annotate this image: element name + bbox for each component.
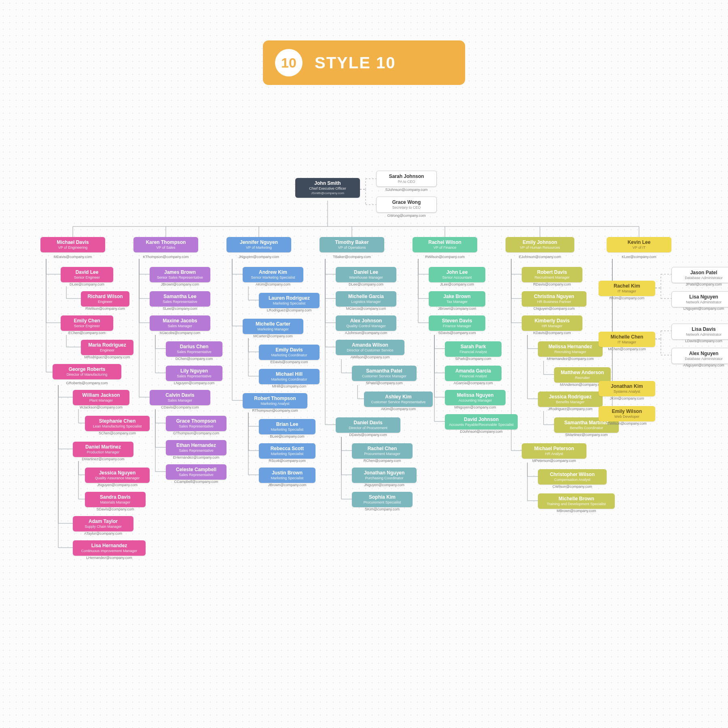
person-name: Alex Johnson <box>337 318 395 324</box>
person-email: SDavis@company.com <box>85 507 146 511</box>
person-title: Training and Development Specialist <box>540 502 613 506</box>
person-email: SPatel@company.com <box>352 381 417 385</box>
person-title: PA to CEO <box>378 179 435 184</box>
person-title: Senior Engineer <box>62 275 112 280</box>
person-title: Engineer <box>83 299 128 304</box>
person-email: JRodriguez@company.com <box>538 407 603 411</box>
person-name: Robert Davis <box>523 269 581 275</box>
person-email: DMartinez@company.com <box>73 457 133 461</box>
person-name: Samantha Lee <box>151 294 209 299</box>
org-node: Lisa DavisNetwork Administrator <box>671 324 728 340</box>
person-title: VP of Marketing <box>228 245 290 250</box>
org-node: William JacksonPlant Manager <box>73 390 129 405</box>
person-name: Lauren Rodriguez <box>260 295 318 301</box>
person-name: Grace Wong <box>378 199 435 205</box>
person-title: Sales Representative <box>167 349 221 354</box>
person-email: GRoberts@company.com <box>53 381 121 385</box>
org-node: John LeeSenior Accountant <box>429 267 485 282</box>
org-node: Grace WongSecretary to CEO <box>376 197 437 213</box>
person-title: Materials Manager <box>87 500 144 505</box>
person-email: GWong@company.com <box>376 214 437 218</box>
person-name: Lisa Nguyen <box>673 294 728 300</box>
person-name: Justin Brown <box>260 470 314 476</box>
org-node: Jonathan KimSystems Analyst <box>599 381 655 396</box>
person-email: MCarter@company.com <box>243 334 303 338</box>
person-name: Jonathan Nguyen <box>353 470 415 476</box>
person-title: Procurement Specialist <box>353 500 411 505</box>
org-node: Justin BrownMarketing Specialist <box>259 468 315 483</box>
person-email: MDavis@company.com <box>40 255 105 259</box>
person-email: SDavis@company.com <box>429 331 485 335</box>
org-node: Melissa HernandezRecruiting Manager <box>538 341 603 357</box>
person-email: EDavis@company.com <box>259 360 320 364</box>
org-node: Grace ThompsonSales Representative <box>166 416 226 431</box>
person-email: MBrown@company.com <box>538 509 615 513</box>
org-node: Robert DavisRecruitment Manager <box>522 267 582 282</box>
org-node: Sandra DavisMaterials Manager <box>85 492 146 507</box>
org-node: Lisa HernandezContinuous Improvement Man… <box>73 540 146 556</box>
org-node: Karen ThompsonVP of Sales <box>133 237 198 252</box>
person-email: RKim@company.com <box>599 296 655 300</box>
person-email: GThompson@company.com <box>166 431 226 435</box>
person-title: Sales Manager <box>151 398 209 403</box>
person-title: VP of Engineering <box>42 245 104 250</box>
person-name: Darius Chen <box>167 344 221 349</box>
person-email: MPeterson@company.com <box>522 459 586 463</box>
person-title: Director of Customer Service <box>337 348 403 353</box>
person-email: MHill@company.com <box>259 384 320 388</box>
person-title: Secretary to CEO <box>378 205 435 210</box>
person-email: SPark@company.com <box>445 357 502 361</box>
person-title: Sales Representative <box>167 424 225 429</box>
person-name: David Lee <box>62 269 112 275</box>
person-name: Kimberly Davis <box>523 318 581 324</box>
person-email: ANguyen@company.com <box>671 363 728 367</box>
person-name: Samantha Patel <box>353 368 415 374</box>
person-name: Sarah Park <box>447 344 500 349</box>
person-name: Jessica Rodriguez <box>540 394 601 400</box>
person-name: Richard Wilson <box>83 294 128 299</box>
person-title: Accounts Payable/Receivable Specialist <box>447 422 516 427</box>
person-name: Sandra Davis <box>87 494 144 500</box>
person-title: Network Administrator <box>673 300 728 305</box>
person-name: Grace Thompson <box>167 418 225 424</box>
person-name: Rachel Kim <box>600 283 654 289</box>
org-node: Emily ChenSenior Engineer <box>61 315 113 331</box>
person-title: Logistics Manager <box>337 299 395 304</box>
person-title: Sales Representative <box>167 448 225 453</box>
org-node: Michelle GarciaLogistics Manager <box>336 291 396 307</box>
org-node: Rachel WilsonVP of Finance <box>413 237 477 252</box>
person-title: HR Analyst <box>523 451 585 456</box>
org-node: Brian LeeMarketing Specialist <box>259 419 315 434</box>
person-title: Production Manager <box>74 450 132 455</box>
person-name: Robert Thompson <box>244 396 306 401</box>
person-email: RWilson@company.com <box>81 307 129 311</box>
person-email: KThompson@company.com <box>133 255 198 259</box>
org-node: Stephanie ChenLean Manufacturing Special… <box>85 416 150 431</box>
person-title: Senior Sales Representative <box>151 275 209 280</box>
org-node: George RobertsDirector of Manufacturing <box>53 364 121 379</box>
person-name: Maxine Jacobs <box>151 318 209 324</box>
person-name: David Johnson <box>447 417 516 422</box>
person-email: TBaker@company.com <box>320 255 384 259</box>
person-name: Sarah Johnson <box>378 174 435 179</box>
style-number: 10 <box>275 49 303 76</box>
person-email: EHernandez@company.com <box>166 455 226 459</box>
person-name: Alex Nguyen <box>673 351 728 356</box>
org-node: David JohnsonAccounts Payable/Receivable… <box>445 414 518 430</box>
person-title: Plant Manager <box>74 398 128 403</box>
org-node: Amanda WilsonDirector of Customer Servic… <box>336 340 404 355</box>
person-name: Stephanie Chen <box>87 418 148 424</box>
person-name: Adam Taylor <box>74 518 132 524</box>
org-node: Darius ChenSales Representative <box>166 341 222 357</box>
org-node: Alex JohnsonQuality Control Manager <box>336 315 396 331</box>
person-name: Rebecca Scott <box>260 446 314 451</box>
org-node: Maxine JacobsSales Manager <box>150 315 210 331</box>
person-title: Procurement Manager <box>353 451 411 456</box>
org-node: Kimberly DavisHR Manager <box>522 315 582 331</box>
person-title: IT Manager <box>600 340 654 345</box>
org-node: Steven DavisFinance Manager <box>429 315 485 331</box>
person-title: Director of Manufacturing <box>54 372 120 377</box>
person-name: Matthew Anderson <box>556 370 609 375</box>
org-node: John SmithChief Executive OfficerJSmith@… <box>295 178 360 198</box>
person-email: DJohnson@company.com <box>445 430 518 434</box>
